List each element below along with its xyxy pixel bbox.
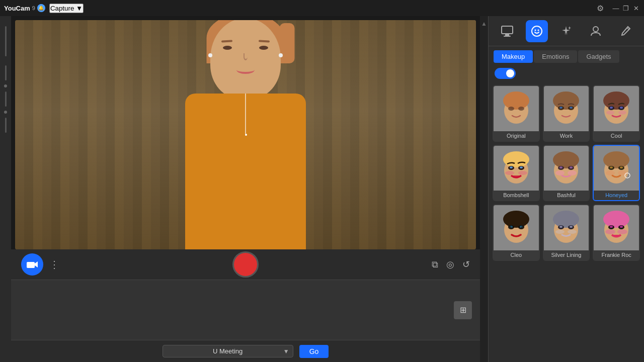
svg-point-70 [610,226,613,228]
toggle-knob [506,69,514,77]
record-button[interactable] [232,251,259,278]
svg-point-67 [603,211,629,228]
camera-button[interactable] [21,253,43,276]
minimize-button[interactable]: — [612,4,620,12]
svg-point-64 [555,230,565,234]
person-overlay [157,20,334,249]
svg-point-26 [618,111,626,115]
titlebar: YouCam 9 🔔 Capture ▼ ⚙ — ❐ ✕ [0,0,644,16]
makeup-grid: Original Work [489,82,644,362]
app-version: 9 [32,5,35,11]
settings-icon[interactable]: ⚙ [597,4,604,13]
svg-point-73 [617,229,627,234]
video-container: ⋮ ⧉ ◎ ↺ ⊞ U Meeting Zoom Teams ▼ [11,16,480,362]
emoji-icon-button[interactable] [526,20,548,42]
makeup-item-work[interactable]: Work [543,85,590,142]
sidebar-dot-2 [4,111,7,114]
svg-point-71 [620,226,623,228]
makeup-item-cool[interactable]: Cool [593,85,640,142]
makeup-item-honeyed[interactable]: Honeyed [593,145,640,202]
makeup-thumb-cleo [494,205,539,250]
app-logo: YouCam 9 🔔 [4,4,45,12]
makeup-label-cool: Cool [594,131,639,141]
person-body [185,94,306,249]
makeup-item-frankie-roc[interactable]: Frankie Roc [593,204,640,261]
close-button[interactable]: ✕ [632,4,640,12]
svg-point-17 [559,107,562,109]
toggle-row [489,65,644,82]
undo-button[interactable]: ↺ [462,259,470,270]
makeup-item-original[interactable]: Original [493,85,540,142]
sparkle-icon [560,25,572,37]
svg-rect-3 [505,34,509,36]
svg-point-8 [593,27,598,32]
main-area: ⋮ ⧉ ◎ ↺ ⊞ U Meeting Zoom Teams ▼ [0,16,644,362]
svg-rect-2 [502,26,513,34]
makeup-thumb-work [544,86,589,131]
svg-point-11 [508,107,514,111]
svg-point-25 [606,111,614,115]
sparkle-icon-button[interactable] [555,20,577,42]
app-name: YouCam [4,5,30,12]
capture-button[interactable]: Capture ▼ [49,4,84,13]
makeup-toggle[interactable] [495,68,516,79]
notification-icon[interactable]: 🔔 [37,4,45,12]
svg-point-42 [568,170,577,175]
makeup-item-bashful[interactable]: Bashful [543,145,590,202]
svg-rect-4 [504,36,511,37]
effects-button[interactable]: ◎ [446,259,454,270]
avatar-icon-button[interactable] [585,20,607,42]
makeup-label-cleo: Cleo [494,250,539,260]
top-icon-bar [489,16,644,46]
svg-rect-0 [27,262,35,268]
tab-emotions[interactable]: Emotions [534,50,577,63]
tab-gadgets[interactable]: Gadgets [578,50,619,63]
sidebar-line-1 [5,26,7,56]
monitor-icon-button[interactable] [496,20,518,42]
monitor-icon [501,26,513,37]
makeup-item-cleo[interactable]: Cleo [493,204,540,261]
makeup-label-bashful: Bashful [544,191,589,200]
makeup-thumb-honeyed [594,146,639,191]
svg-point-34 [518,171,527,175]
svg-point-65 [568,230,577,234]
makeup-thumb-bashful [544,146,589,191]
svg-point-50 [618,170,627,175]
makeup-item-silver-lining[interactable]: Silver Lining [543,204,590,261]
makeup-item-bombshell[interactable]: Bombshell [493,145,540,202]
makeup-label-honeyed: Honeyed [594,191,639,200]
svg-point-20 [603,92,629,110]
tab-makeup[interactable]: Makeup [494,50,533,63]
makeup-thumb-original [494,86,539,131]
emoji-icon [531,25,543,37]
brush-icon [619,25,631,37]
svg-point-36 [553,151,579,168]
grid-icon: ⊞ [460,305,466,315]
brush-icon-button[interactable] [614,20,636,42]
svg-point-12 [518,107,524,111]
svg-point-10 [503,92,529,110]
window-controls: — ❐ ✕ [612,4,640,12]
makeup-thumb-frankie-roc [594,205,639,250]
grid-button[interactable]: ⊞ [454,301,472,319]
capture-label: Capture [50,5,74,12]
video-preview [15,20,476,249]
layers-button[interactable]: ⧉ [432,259,438,270]
avatar-icon [590,25,602,37]
svg-point-33 [505,171,514,175]
svg-point-41 [555,170,565,175]
svg-point-44 [603,151,629,168]
camera-icon [27,260,38,269]
more-options-button[interactable]: ⋮ [49,258,59,270]
svg-point-39 [559,166,562,168]
svg-point-24 [620,107,623,109]
capture-dropdown-arrow[interactable]: ▼ [76,5,83,12]
platform-select[interactable]: U Meeting Zoom Teams [163,345,293,357]
makeup-label-bombshell: Bombshell [494,191,539,200]
makeup-thumb-silver-lining [544,205,589,250]
svg-point-6 [534,29,536,31]
go-button[interactable]: Go [299,345,329,358]
makeup-label-silver-lining: Silver Lining [544,250,589,260]
maximize-button[interactable]: ❐ [622,4,630,12]
svg-point-7 [537,29,539,31]
